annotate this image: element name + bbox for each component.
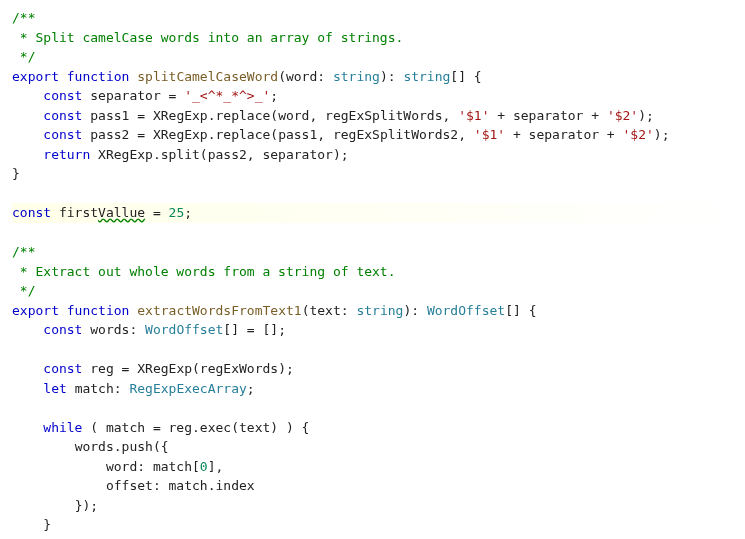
type: WordOffset [145, 322, 223, 337]
semi: ; [184, 205, 192, 220]
plus: + separator + [505, 127, 622, 142]
rest: XRegExp.split(pass2, separator); [90, 147, 348, 162]
var-typo: Vallue [98, 205, 145, 220]
var: separator [90, 88, 160, 103]
string: '$2' [623, 127, 654, 142]
kw-const: const [43, 322, 82, 337]
kw-const: const [43, 127, 82, 142]
call: XRegExp.replace(word, regExSplitWords, [153, 108, 458, 123]
string: '$1' [458, 108, 489, 123]
kw-const: const [12, 205, 51, 220]
rest: [] = []; [223, 322, 286, 337]
brace: } [12, 166, 20, 181]
kw-while: while [43, 420, 82, 435]
string: '_<^*_*^>_' [184, 88, 270, 103]
line: }); [75, 498, 98, 513]
code-block: /** * Split camelCase words into an arra… [12, 8, 733, 539]
return-type: WordOffset [427, 303, 505, 318]
kw-function: function [67, 303, 130, 318]
comment-end: */ [12, 49, 35, 64]
kw-export: export [12, 69, 59, 84]
comment-line: /** [12, 244, 35, 259]
brace: } [43, 517, 51, 532]
number: 25 [169, 205, 185, 220]
end: ); [638, 108, 654, 123]
kw-const: const [43, 88, 82, 103]
kw-const: const [43, 361, 82, 376]
return-type: string [403, 69, 450, 84]
comment-line: /** [12, 10, 35, 25]
kw-let: let [43, 381, 66, 396]
eq: = [145, 205, 168, 220]
comment-end: */ [12, 283, 35, 298]
kw-return: return [43, 147, 90, 162]
line-part: ], [208, 459, 224, 474]
line-part: word: match[ [106, 459, 200, 474]
var: words [90, 322, 129, 337]
param: word [286, 69, 317, 84]
comment-text: Split camelCase words into an array of s… [35, 30, 403, 45]
type: RegExpExecArray [129, 381, 246, 396]
type: string [333, 69, 380, 84]
kw-export: export [12, 303, 59, 318]
line: offset: match.index [106, 478, 255, 493]
rest: = XRegExp(regExWords); [114, 361, 294, 376]
line: words.push({ [75, 439, 169, 454]
comment-star: * [12, 30, 35, 45]
comment-star: * [12, 264, 35, 279]
var-part: first [59, 205, 98, 220]
func-name: splitCamelCaseWord [137, 69, 278, 84]
number: 0 [200, 459, 208, 474]
end: ); [654, 127, 670, 142]
plus: + separator + [489, 108, 606, 123]
kw-function: function [67, 69, 130, 84]
kw-const: const [43, 108, 82, 123]
var: pass2 [90, 127, 129, 142]
highlighted-line: const firstVallue = 25; [12, 203, 733, 223]
type: string [356, 303, 403, 318]
call: XRegExp.replace(pass1, regExSplitWords2, [153, 127, 474, 142]
param: text [309, 303, 340, 318]
string: '$1' [474, 127, 505, 142]
var: match [75, 381, 114, 396]
string: '$2' [607, 108, 638, 123]
var: reg [90, 361, 113, 376]
func-name: extractWordsFromText1 [137, 303, 301, 318]
var: pass1 [90, 108, 129, 123]
rest: ( match = reg.exec(text) ) { [82, 420, 309, 435]
comment-text: Extract out whole words from a string of… [35, 264, 395, 279]
